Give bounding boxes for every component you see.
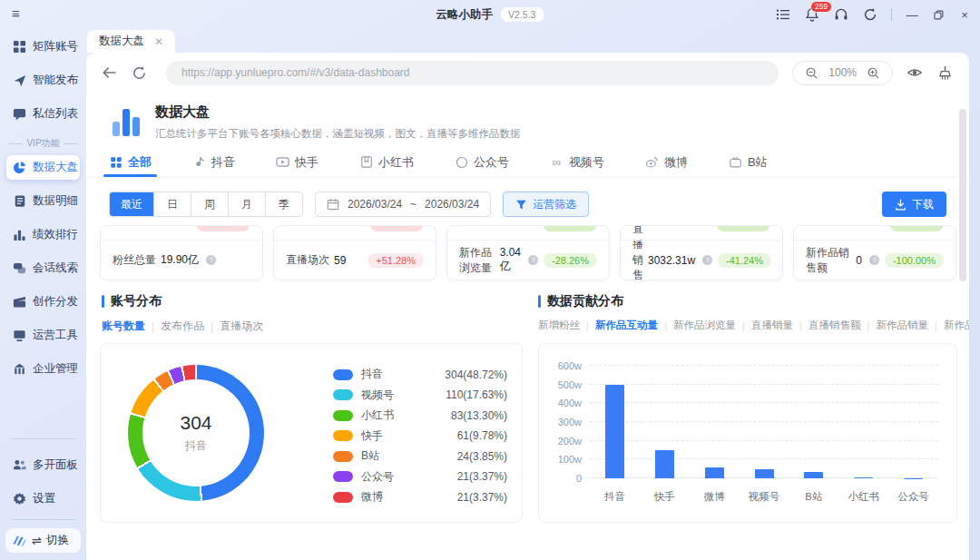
platform-tab-shipinhao[interactable]: ∞视频号 bbox=[550, 147, 604, 177]
contribution-subtab-5[interactable]: 新作品销量 bbox=[877, 319, 929, 332]
platform-tab-kuaishou[interactable]: 快手 bbox=[276, 147, 318, 177]
segment-2[interactable]: 周 bbox=[191, 192, 228, 216]
contribution-subtab-1[interactable]: 新作品互动量 bbox=[595, 319, 658, 332]
sidebar-item-building[interactable]: 企业管理 bbox=[6, 357, 80, 381]
sidebar-item-chat[interactable]: 会话线索 bbox=[6, 256, 80, 280]
bar-快手[interactable] bbox=[655, 450, 674, 478]
sidebar-item-grid[interactable]: 矩阵账号 bbox=[6, 34, 80, 59]
y-axis-tick: 300w bbox=[558, 417, 582, 427]
sidebar-item-pie[interactable]: 数据大盘 bbox=[6, 155, 80, 180]
platform-tab-xiaohongshu[interactable]: 小红书 bbox=[359, 147, 414, 177]
sidebar-item-monitor[interactable]: 运营工具 bbox=[6, 323, 80, 348]
donut-chart[interactable]: 304 抖音 bbox=[128, 365, 264, 501]
close-window-icon[interactable]: × bbox=[958, 9, 971, 21]
restore-window-icon[interactable] bbox=[932, 10, 945, 20]
info-icon[interactable]: ? bbox=[868, 254, 880, 266]
back-arrow-icon[interactable] bbox=[101, 64, 117, 81]
bar-视频号[interactable] bbox=[755, 469, 774, 478]
clear-broom-icon[interactable] bbox=[936, 64, 953, 81]
contribution-subtab-3[interactable]: 直播销量 bbox=[751, 319, 793, 332]
content-panel: https://app.yunluepro.com/#/v3/data-dash… bbox=[86, 53, 969, 560]
minimize-icon[interactable]: — bbox=[906, 9, 918, 21]
segment-4[interactable]: 季 bbox=[265, 192, 302, 216]
account-subtab-0[interactable]: 账号数量 bbox=[102, 319, 145, 334]
segment-1[interactable]: 日 bbox=[153, 192, 191, 216]
tab-close-icon[interactable]: ✕ bbox=[154, 35, 163, 48]
contribution-subtab-2[interactable]: 新作品浏览量 bbox=[673, 319, 736, 332]
hamburger-menu-icon[interactable]: ≡ bbox=[12, 5, 20, 21]
legend-item[interactable]: 微博21(3.37%) bbox=[333, 491, 507, 503]
legend-item[interactable]: 抖音304(48.72%) bbox=[333, 368, 507, 380]
contribution-subtab-0[interactable]: 新增粉丝 bbox=[538, 319, 580, 332]
switch-label: 切换 bbox=[46, 533, 69, 548]
zoom-in-icon[interactable] bbox=[867, 66, 880, 80]
headset-icon[interactable] bbox=[833, 7, 848, 23]
url-input[interactable]: https://app.yunluepro.com/#/v3/data-dash… bbox=[166, 61, 779, 85]
segment-3[interactable]: 月 bbox=[228, 192, 265, 216]
sidebar-item-message[interactable]: 私信列表 bbox=[6, 102, 80, 126]
preview-eye-icon[interactable] bbox=[906, 64, 923, 81]
legend-item[interactable]: 小红书83(13.30%) bbox=[333, 409, 507, 421]
sidebar-item-sheet[interactable]: 数据明细 bbox=[6, 189, 80, 213]
clipped-badge bbox=[717, 225, 769, 231]
sync-refresh-icon[interactable] bbox=[862, 7, 877, 23]
legend-item[interactable]: 公众号21(3.37%) bbox=[333, 471, 507, 483]
sidebar-item-label: 智能发布 bbox=[33, 73, 78, 88]
stat-card[interactable]: 直播场次59+51.28% bbox=[273, 225, 436, 280]
contribution-distribution-title: 数据贡献分布 bbox=[538, 293, 623, 309]
stat-card[interactable]: 新作品浏览量3.04亿?-28.26% bbox=[446, 225, 610, 280]
bar-小红书[interactable] bbox=[854, 477, 873, 478]
platform-tab-label: 公众号 bbox=[474, 154, 509, 171]
info-icon[interactable]: ? bbox=[701, 254, 713, 266]
stat-card[interactable]: 新作品销售额0?-100.00% bbox=[793, 225, 956, 280]
bilibili-icon bbox=[729, 155, 742, 169]
subtab-separator: | bbox=[742, 320, 745, 331]
sidebar-item-gear[interactable]: 设置 bbox=[6, 486, 80, 511]
bars-container bbox=[590, 366, 938, 478]
sidebar-item-label: 创作分发 bbox=[33, 294, 78, 309]
legend-value: 110(17.63%) bbox=[446, 388, 507, 401]
legend-value: 21(3.37%) bbox=[457, 491, 507, 504]
account-subtab-1[interactable]: 发布作品 bbox=[161, 319, 204, 334]
info-icon[interactable]: ? bbox=[205, 254, 217, 266]
contribution-subtab-6[interactable]: 新作品销售额 bbox=[944, 319, 969, 332]
reload-icon[interactable] bbox=[131, 64, 147, 81]
stat-card[interactable]: 直播销售额3032.31w?-41.24% bbox=[620, 225, 783, 280]
info-icon[interactable]: ? bbox=[527, 254, 539, 266]
x-axis-label: 快手 bbox=[640, 490, 690, 504]
task-list-icon[interactable] bbox=[775, 7, 790, 23]
zoom-out-icon[interactable] bbox=[805, 66, 818, 80]
legend-item[interactable]: 视频号110(17.63%) bbox=[333, 389, 507, 401]
contribution-subtab-4[interactable]: 直播销售额 bbox=[808, 319, 861, 332]
platform-tab-label: 全部 bbox=[128, 154, 152, 171]
date-end: 2026/03/24 bbox=[425, 198, 479, 211]
download-button[interactable]: 下载 bbox=[882, 192, 946, 217]
legend-item[interactable]: 快手61(9.78%) bbox=[333, 430, 507, 442]
platform-tab-weibo[interactable]: 微博 bbox=[645, 147, 688, 177]
workspace-switch-button[interactable]: ⇌ 切换 bbox=[5, 528, 81, 553]
stat-card[interactable]: 粉丝总量19.90亿? bbox=[100, 225, 263, 280]
legend-item[interactable]: B站24(3.85%) bbox=[333, 450, 507, 462]
bar-抖音[interactable] bbox=[605, 385, 624, 478]
platform-tab-apps[interactable]: 全部 bbox=[109, 147, 152, 177]
platform-tab-gongzhonghao[interactable]: 公众号 bbox=[455, 147, 509, 177]
svg-text:?: ? bbox=[210, 256, 213, 264]
vertical-scrollbar[interactable] bbox=[959, 109, 966, 281]
segment-0[interactable]: 最近 bbox=[110, 192, 153, 216]
bar-微博[interactable] bbox=[705, 467, 724, 478]
bar-B站[interactable] bbox=[804, 472, 823, 478]
sidebar-item-users[interactable]: 多开面板 bbox=[6, 453, 80, 477]
donut-legend: 抖音304(48.72%)视频号110(17.63%)小红书83(13.30%)… bbox=[333, 368, 507, 503]
sidebar-item-clapper[interactable]: 创作分发 bbox=[6, 290, 80, 314]
platform-tab-bilibili[interactable]: B站 bbox=[729, 147, 768, 177]
date-range-picker[interactable]: 2026/03/24 ~ 2026/03/24 bbox=[315, 192, 491, 217]
clapper-icon bbox=[13, 295, 26, 309]
sidebar-item-send[interactable]: 智能发布 bbox=[6, 68, 80, 93]
platform-tab-douyin[interactable]: 抖音 bbox=[192, 147, 235, 177]
operation-filter-button[interactable]: 运营筛选 bbox=[503, 192, 589, 217]
tab-data-dashboard[interactable]: 数据大盘 ✕ bbox=[87, 30, 175, 53]
subtab-separator: | bbox=[152, 320, 154, 333]
account-subtab-2[interactable]: 直播场次 bbox=[220, 319, 263, 334]
sidebar-item-rank[interactable]: 绩效排行 bbox=[6, 222, 80, 247]
notification-bell-icon[interactable]: 259 bbox=[804, 7, 819, 23]
